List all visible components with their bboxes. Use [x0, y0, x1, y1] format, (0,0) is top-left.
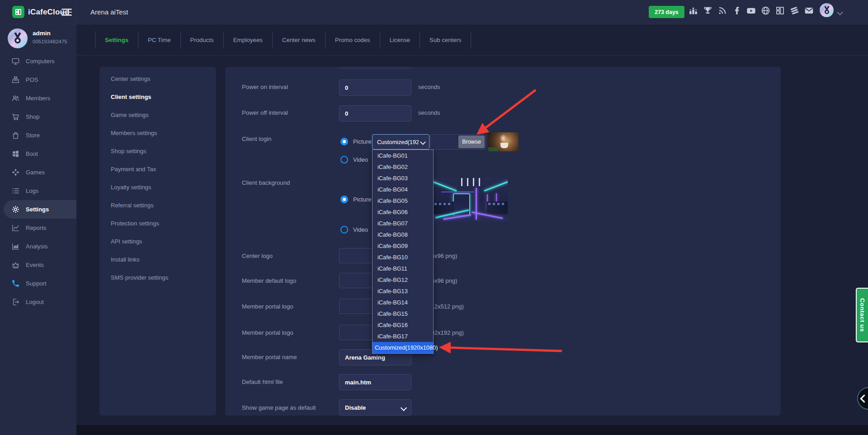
member-portal-name-label: Member portal name [242, 353, 297, 361]
settings-nav-referral-settings[interactable]: Referral settings [99, 196, 216, 214]
globe-icon[interactable] [761, 6, 770, 15]
sidebar-item-analysis[interactable]: Analysis [0, 237, 76, 256]
settings-nav-client-settings[interactable]: Client settings [99, 88, 216, 106]
dropdown-option[interactable]: iCafe-BG13 [373, 285, 433, 297]
settings-nav-api-settings[interactable]: API settings [99, 232, 216, 250]
settings-nav-protection-settings[interactable]: Protection settings [99, 214, 216, 232]
settings-nav-sms-provider-settings[interactable]: SMS provider settings [99, 268, 216, 286]
client-login-picture-radio[interactable] [340, 138, 348, 145]
settings-nav-game-settings[interactable]: Game settings [99, 106, 216, 124]
settings-nav-center-settings[interactable]: Center settings [99, 70, 216, 88]
users-icon [11, 94, 20, 103]
sidebar-item-members[interactable]: Members [0, 89, 76, 108]
sidebar-item-logout[interactable]: Logout [0, 293, 76, 311]
mail-icon[interactable] [804, 6, 814, 15]
logout-icon [11, 298, 20, 306]
dropdown-option[interactable]: iCafe-BG01 [373, 150, 433, 161]
tab-promo-codes[interactable]: Promo codes [326, 31, 380, 48]
cart-icon [11, 112, 20, 121]
settings-nav-payment-and-tax[interactable]: Payment and Tax [99, 160, 216, 178]
phone-icon [11, 279, 20, 288]
menu-icon[interactable] [61, 9, 72, 16]
dropdown-option[interactable]: iCafe-BG02 [373, 161, 433, 173]
dropdown-option[interactable]: iCafe-BG10 [373, 252, 433, 263]
icafecloud-mini-icon[interactable] [775, 6, 785, 15]
dropdown-option[interactable]: iCafe-BG04 [373, 184, 433, 195]
chevron-down-icon[interactable] [837, 9, 843, 15]
sidebar-item-computers[interactable]: Computers [0, 52, 76, 70]
sidebar-item-support[interactable]: Support [0, 274, 76, 293]
client-login-file-input[interactable]: Browse [430, 134, 486, 150]
sidebar-item-boot[interactable]: Boot [0, 145, 76, 163]
dropdown-option[interactable]: iCafe-BG15 [373, 308, 433, 319]
user-name: admin [33, 30, 51, 37]
sidebar-item-pos[interactable]: POS [0, 70, 76, 89]
user-avatar[interactable] [820, 3, 834, 17]
client-background-picture-radio-label: Picture [353, 196, 371, 203]
chart-area-icon [11, 242, 20, 251]
settings-nav-members-settings[interactable]: Members settings [99, 124, 216, 142]
icafecloud-logo-icon[interactable] [12, 6, 24, 18]
rss-icon[interactable] [717, 6, 727, 15]
dropdown-option[interactable]: iCafe-BG05 [373, 195, 433, 206]
tab-employees[interactable]: Employees [224, 31, 273, 48]
monitor-icon [11, 57, 20, 65]
sidebar-item-store[interactable]: Store [0, 126, 76, 145]
dropdown-option[interactable]: iCafe-BG09 [373, 240, 433, 252]
client-login-video-radio[interactable] [340, 156, 348, 164]
trophy-icon[interactable] [703, 6, 712, 15]
settings-nav-panel: Center settings Client settings Game set… [99, 67, 216, 416]
dropdown-option[interactable]: iCafe-BG12 [373, 274, 433, 285]
cash-register-icon [11, 75, 20, 84]
sidebar-item-reports[interactable]: Reports [0, 219, 76, 237]
power-off-interval-input[interactable]: 0 [339, 105, 411, 122]
sidebar-item-shop[interactable]: Shop [0, 108, 76, 126]
settings-nav-shop-settings[interactable]: Shop settings [99, 142, 216, 160]
dropdown-option[interactable]: iCafe-BG16 [373, 319, 433, 331]
dropdown-option[interactable]: iCafe-BG14 [373, 297, 433, 308]
contact-us-button[interactable]: Contact us [856, 288, 868, 342]
dropdown-option[interactable]: iCafe-BG08 [373, 229, 433, 240]
tab-pc-time[interactable]: PC Time [138, 31, 181, 48]
client-background-picture-radio[interactable] [340, 196, 348, 203]
list-icon [11, 187, 20, 195]
power-off-interval-label: Power off interval [242, 109, 288, 117]
power-on-interval-input[interactable]: 0 [339, 80, 411, 96]
dropdown-option[interactable]: iCafe-BG17 [373, 331, 433, 342]
dropdown-option[interactable]: Customized(1920x1080) [373, 342, 433, 353]
tab-products[interactable]: Products [181, 31, 224, 48]
member-default-logo-label: Member default logo [242, 277, 296, 285]
sidebar-item-events[interactable]: Events [0, 256, 76, 274]
sidebar: admin 005193482475 Computers POS Members… [0, 24, 76, 435]
chevron-left-icon [860, 394, 868, 402]
client-background-preview [433, 178, 508, 221]
client-login-label: Client login [242, 135, 271, 143]
sidebar-item-logs[interactable]: Logs [0, 182, 76, 200]
dropdown-option[interactable]: iCafe-BG03 [373, 173, 433, 184]
youtube-icon[interactable] [746, 6, 756, 15]
client-login-picture-radio-label: Picture [353, 138, 371, 145]
client-login-video-radio-label: Video [353, 156, 368, 164]
tab-center-news[interactable]: Center news [273, 31, 326, 48]
tab-settings[interactable]: Settings [95, 31, 138, 48]
dropdown-option[interactable]: iCafe-BG06 [373, 206, 433, 218]
client-login-picture-select[interactable]: Customized(1920 [372, 134, 429, 150]
dropdown-option[interactable]: iCafe-BG11 [373, 263, 433, 274]
ranking-icon[interactable] [689, 6, 698, 15]
tab-license[interactable]: License [380, 31, 420, 48]
dropdown-option[interactable]: iCafe-BG07 [373, 218, 433, 229]
facebook-icon[interactable] [732, 6, 741, 15]
tab-sub-centers[interactable]: Sub centers [420, 31, 471, 48]
browse-button[interactable]: Browse [458, 136, 485, 148]
settings-nav-install-links[interactable]: Install links [99, 250, 216, 268]
settings-nav-loyalty-settings[interactable]: Loyalty settings [99, 178, 216, 196]
show-game-page-select[interactable]: Disable [339, 399, 411, 416]
default-html-file-input[interactable]: main.htm [339, 374, 411, 390]
sidebar-item-games[interactable]: Games [0, 163, 76, 182]
client-background-video-radio[interactable] [340, 226, 348, 234]
sidebar-item-settings[interactable]: Settings [4, 200, 76, 219]
license-days-badge[interactable]: 273 days [649, 6, 684, 18]
sidebar-user[interactable]: admin 005193482475 [0, 24, 76, 52]
layers-icon[interactable] [790, 6, 799, 15]
chat-expand-button[interactable] [857, 387, 868, 410]
